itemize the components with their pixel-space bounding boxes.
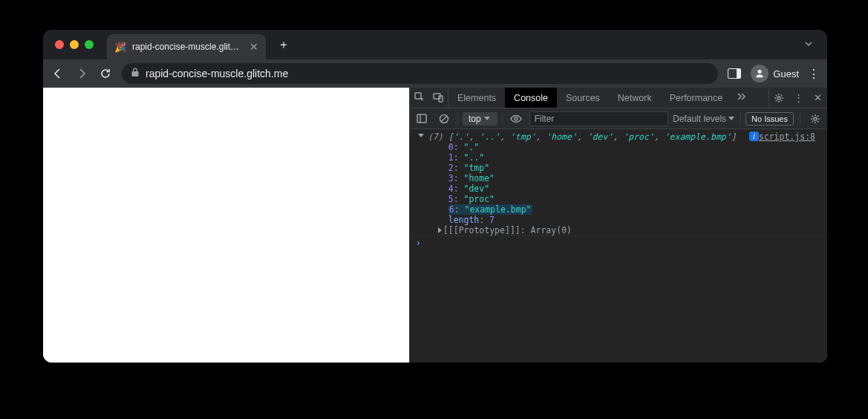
console-filter-input[interactable]: Filter — [529, 111, 668, 126]
tab-strip: 🎉 rapid-concise-muscle.glitch.m ✕ ＋ — [43, 30, 827, 59]
console-log-summary[interactable]: (7) ['.', '..', 'tmp', 'home', 'dev', 'p… — [410, 131, 827, 142]
log-levels-selector[interactable]: Default levels — [673, 114, 736, 124]
console-array-entry[interactable]: 5: "proc" — [410, 194, 827, 204]
forward-button[interactable] — [74, 66, 89, 81]
devtools-close-button[interactable]: ✕ — [808, 88, 827, 108]
console-output[interactable]: (7) ['.', '..', 'tmp', 'home', 'dev', 'p… — [410, 129, 827, 363]
profile-label: Guest — [773, 68, 799, 79]
device-icon — [433, 92, 444, 103]
avatar-icon — [751, 65, 769, 82]
svg-line-7 — [441, 116, 447, 122]
svg-point-8 — [515, 117, 518, 120]
svg-point-3 — [777, 97, 780, 100]
clear-console-button[interactable] — [435, 108, 453, 129]
tab-console[interactable]: Console — [505, 88, 557, 108]
svg-rect-4 — [417, 114, 426, 123]
maximize-window-button[interactable] — [85, 40, 94, 49]
expand-toggle-icon[interactable] — [438, 227, 442, 233]
context-label: top — [469, 114, 481, 124]
close-tab-button[interactable]: ✕ — [249, 41, 258, 53]
back-button[interactable] — [50, 66, 65, 81]
source-link[interactable]: script.js:8 — [759, 131, 821, 142]
devtools-settings-button[interactable] — [769, 88, 789, 108]
close-window-button[interactable] — [55, 40, 64, 49]
execution-context-selector[interactable]: top — [463, 112, 497, 126]
console-settings-button[interactable] — [806, 108, 824, 129]
inspect-element-button[interactable] — [410, 88, 429, 108]
arrow-left-icon — [51, 67, 65, 80]
console-array-entry[interactable]: 4: "dev" — [410, 183, 827, 194]
tab-elements[interactable]: Elements — [448, 88, 505, 108]
live-expression-button[interactable] — [507, 108, 525, 129]
tab-performance[interactable]: Performance — [661, 88, 732, 108]
device-toolbar-button[interactable] — [429, 88, 448, 108]
gear-icon — [810, 114, 820, 124]
expand-toggle-icon[interactable] — [418, 134, 424, 137]
lock-icon — [131, 68, 140, 79]
chevron-down-icon — [803, 39, 814, 49]
reload-button[interactable] — [98, 66, 113, 81]
reload-icon — [99, 68, 111, 79]
chevron-down-icon — [484, 117, 490, 120]
chevron-down-icon — [728, 117, 734, 120]
favicon-icon: 🎉 — [114, 42, 126, 53]
tab-title: rapid-concise-muscle.glitch.m — [132, 42, 244, 52]
profile-chip[interactable]: Guest — [751, 65, 799, 82]
url-text: rapid-concise-muscle.glitch.me — [146, 68, 288, 79]
console-toolbar: top Filter Default levels No Issues — [410, 108, 827, 129]
console-prompt[interactable]: › — [410, 236, 827, 250]
arrow-right-icon — [75, 67, 88, 80]
browser-toolbar: rapid-concise-muscle.glitch.me Guest ⋮ — [43, 59, 827, 88]
browser-menu-button[interactable]: ⋮ — [808, 67, 820, 81]
browser-tab[interactable]: 🎉 rapid-concise-muscle.glitch.m ✕ — [107, 34, 266, 59]
window-controls — [55, 40, 94, 49]
issues-label: No Issues — [751, 114, 788, 123]
sidebar-icon — [417, 114, 427, 123]
page-viewport[interactable] — [43, 88, 409, 363]
console-array-entry[interactable]: 2: "tmp" — [410, 163, 827, 173]
gear-icon — [774, 93, 784, 103]
content-area: Elements Console Sources Network Perform… — [43, 88, 827, 363]
devtools-panel: Elements Console Sources Network Perform… — [409, 88, 827, 363]
svg-point-9 — [814, 117, 817, 120]
console-array-entry[interactable]: 3: "home" — [410, 173, 827, 183]
clear-icon — [439, 114, 449, 124]
info-badge-icon[interactable]: i — [749, 131, 759, 141]
svg-rect-0 — [415, 93, 421, 99]
devtools-menu-button[interactable]: ⋮ — [789, 88, 808, 108]
tab-sources[interactable]: Sources — [557, 88, 609, 108]
eye-icon — [510, 114, 522, 123]
prompt-chevron-icon: › — [416, 238, 421, 248]
issues-button[interactable]: No Issues — [745, 112, 794, 126]
console-length-row: length: 7 — [410, 215, 827, 225]
levels-label: Default levels — [673, 114, 726, 124]
side-panel-button[interactable] — [727, 66, 742, 81]
address-bar[interactable]: rapid-concise-muscle.glitch.me — [122, 63, 718, 84]
console-array-entry[interactable]: 6: "example.bmp" — [410, 204, 827, 215]
panel-icon — [728, 68, 741, 79]
devtools-tabs: Elements Console Sources Network Perform… — [410, 88, 827, 108]
console-prototype-row[interactable]: [[[Prototype]]]: Array(0) — [410, 225, 827, 236]
browser-window: 🎉 rapid-concise-muscle.glitch.m ✕ ＋ rapi… — [43, 30, 827, 363]
new-tab-button[interactable]: ＋ — [278, 37, 290, 53]
tabs-dropdown-button[interactable] — [803, 39, 814, 51]
console-sidebar-toggle[interactable] — [413, 108, 431, 129]
console-array-entry[interactable]: 1: ".." — [410, 152, 827, 163]
console-array-entry[interactable]: 0: "." — [410, 142, 827, 152]
more-tabs-button[interactable] — [731, 91, 751, 104]
filter-placeholder: Filter — [535, 114, 555, 124]
minimize-window-button[interactable] — [70, 40, 79, 49]
inspect-icon — [414, 92, 425, 103]
double-chevron-right-icon — [736, 91, 746, 102]
tab-network[interactable]: Network — [609, 88, 661, 108]
